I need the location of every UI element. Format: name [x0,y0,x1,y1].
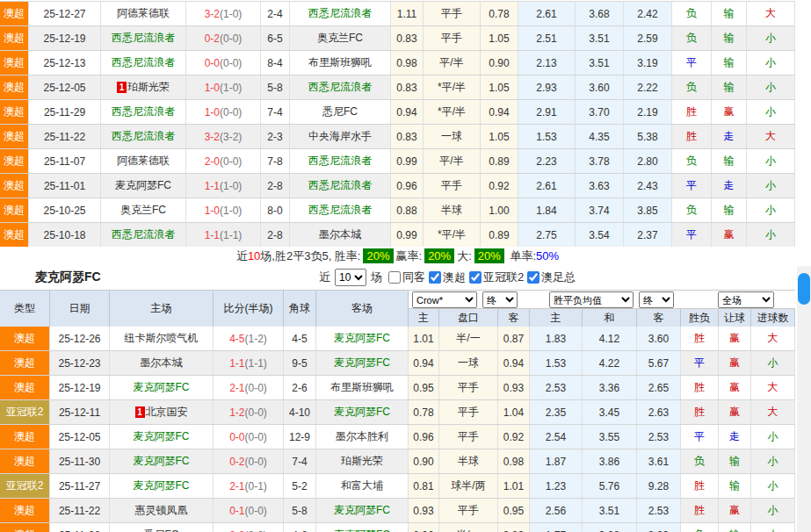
bookmaker-select[interactable]: Crow* [412,291,477,308]
away-team-name: 西悉尼流浪者 [308,178,372,193]
final-odds-select-2[interactable]: 终 [639,291,674,308]
avg-away-odds: 2.65 [637,376,681,399]
home-team-cell: 西悉尼流浪者 [101,51,186,75]
league-tag: 澳超 [0,125,29,148]
avg-away-odds: 2.59 [624,26,672,50]
league-tag: 亚冠联2 [0,474,50,498]
corner-cell: 8-0 [261,198,290,222]
result-goals: 小 [751,474,795,498]
result-outcome: 负 [672,26,712,50]
subcolumn-header-4: 主 [530,309,583,327]
result-outcome: 负 [672,149,712,173]
away-team-cell: 麦克阿瑟FC [316,351,409,375]
handicap-home-odds: 1.11 [391,2,424,25]
result-outcome: 胜 [672,125,712,148]
result-handicap: 输 [719,449,751,473]
handicap-line: 平/半 [424,149,481,173]
result-outcome: 平 [681,351,719,375]
checkbox-label-same-away: 同客 [402,270,425,285]
fulltime-score: 1-1 [229,357,244,370]
handicap-away-odds: 0.89 [481,223,518,247]
avg-home-odds: 2.61 [518,2,576,25]
home-team-name: 西悉尼流浪者 [112,104,175,119]
handicap-away-odds: 1.05 [481,75,518,99]
away-team-name: 悉尼FC [322,104,358,119]
result-outcome: 负 [672,75,712,99]
checkbox-same-away[interactable] [388,271,401,284]
avg-home-odds: 2.13 [518,51,576,75]
handicap-home-odds: 0.93 [409,499,439,522]
games-label: 场 [371,270,382,285]
home-team-cell: 悉尼FC [110,523,214,532]
halftime-score: (1-0) [220,8,242,20]
result-outcome: 负 [672,2,712,25]
league-tag: 澳超 [0,75,29,99]
match-scope-select[interactable]: 全场 [718,291,774,308]
result-handicap: 赢 [712,223,747,247]
fulltime-score: 2-0 [205,155,220,168]
score-cell: 0-0(0-0) [214,425,284,449]
fulltime-score: 0-2 [205,32,220,45]
handicap-home-odds: 0.78 [409,400,439,424]
handicap-home-odds: 0.94 [409,351,439,375]
avg-draw-odds: 3.54 [576,223,624,247]
result-outcome: 胜 [681,400,719,424]
avg-draw-odds: 5.76 [583,474,637,498]
away-team-name: 西悉尼流浪者 [308,154,372,169]
corner-cell: 2-4 [261,2,290,25]
halftime-score: (0-1) [245,480,267,492]
avg-away-odds: 5.38 [624,125,672,148]
away-team-cell: 麦克阿瑟FC [316,523,409,532]
halftime-score: (0-0) [220,155,242,168]
league-tag: 澳超 [0,376,50,399]
home-team-cell: 1珀斯光荣 [101,75,186,99]
result-outcome: 负 [672,198,712,222]
corner-cell: 6-5 [261,26,290,50]
checkbox-a-league[interactable] [429,271,441,284]
away-team-cell: 麦克阿瑟FC [316,327,409,350]
avg-home-odds: 2.56 [530,499,583,522]
corner-cell: 2-8 [261,174,290,198]
home-team-cell: 麦克阿瑟FC [101,174,186,198]
match-date: 25-11-01 [29,174,101,198]
result-handicap: 走 [719,425,751,449]
league-tag: 澳超 [0,523,50,532]
checkbox-acl2[interactable] [469,271,482,284]
home-team-name: 西悉尼流浪者 [112,55,175,70]
scrollbar-thumb[interactable] [798,273,810,305]
avg-away-odds: 2.53 [637,425,681,449]
league-tag: 澳超 [0,2,29,25]
result-handicap: 输 [712,26,747,50]
subcolumn-header-6: 客 [637,309,681,327]
away-team-cell: 墨尔本胜利 [316,425,409,449]
halftime-score: (0-0) [245,505,267,517]
away-team-name: 布里斯班狮吼 [308,55,372,70]
match-row: 澳超25-11-07阿德莱德联2-0(0-0)7-8西悉尼流浪者0.99平/半0… [0,149,795,174]
match-date: 25-11-22 [29,125,101,148]
corner-cell: 7-4 [261,100,290,124]
match-row: 澳超25-11-29西悉尼流浪者1-0(0-0)7-4悉尼FC0.94*平/半0… [0,100,795,125]
avg-type-select[interactable]: 胜平负均值 [549,291,634,308]
result-goals: 小 [747,51,795,75]
handicap-line: 半/一 [439,327,498,350]
avg-away-odds: 3.61 [637,449,681,473]
match-date: 25-11-29 [29,100,101,124]
away-team-name: 麦克阿瑟FC [334,528,390,532]
score-cell: 0-2(0-0) [186,26,261,50]
handicap-home-odds: 0.90 [409,449,439,473]
checkbox-aus-cup[interactable] [527,271,539,284]
avg-home-odds: 2.75 [518,223,576,247]
avg-away-odds: 2.19 [624,100,672,124]
column-header-5: 角球 [284,291,316,327]
handicap-home-odds: 0.88 [391,198,424,222]
away-team-cell: 西悉尼流浪者 [290,149,391,173]
result-handicap: 赢 [712,100,747,124]
final-odds-select-1[interactable]: 终 [482,291,518,308]
avg-home-odds: 2.35 [530,400,583,424]
score-cell: 2-0(0-0) [186,149,261,173]
avg-draw-odds: 4.22 [583,351,637,375]
recent-count-select[interactable]: 10 [335,269,366,286]
result-goals: 小 [751,499,795,522]
match-date: 25-11-22 [50,499,110,522]
scrollbar-track[interactable] [797,266,811,532]
